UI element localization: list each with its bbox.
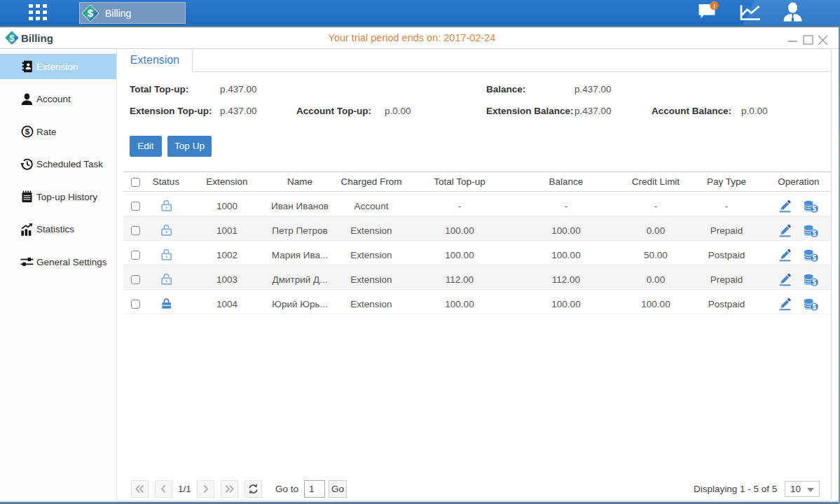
svg-text:!: ! <box>713 2 715 10</box>
svg-text:$: $ <box>25 127 29 136</box>
